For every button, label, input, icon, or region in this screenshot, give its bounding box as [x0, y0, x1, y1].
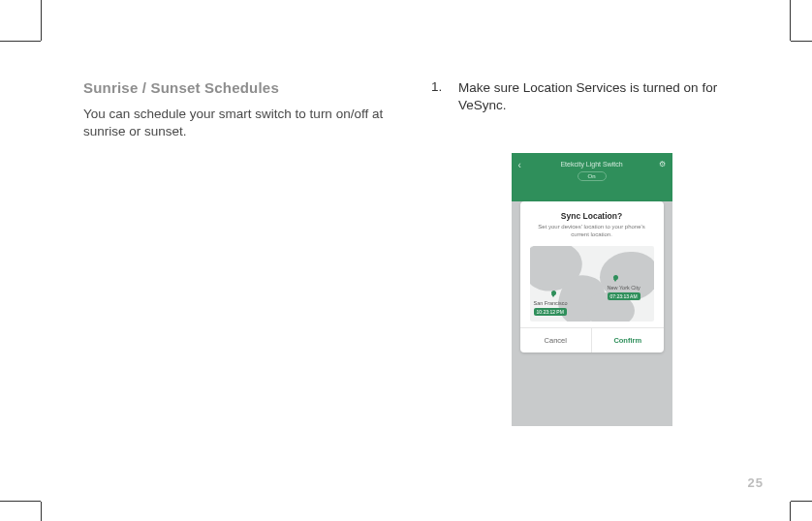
dialog-actions: Cancel Confirm: [520, 327, 664, 352]
city-time-sf: 10:23:12 PM: [534, 308, 567, 316]
crop-mark: [790, 502, 791, 521]
page-number: 25: [748, 475, 764, 490]
left-column: Sunrise / Sunset Schedules You can sched…: [83, 79, 404, 426]
crop-mark: [41, 0, 42, 41]
app-header: ‹ Etekcity Light Switch ⚙ On: [512, 153, 672, 201]
dialog-subtitle: Set your devices' location to your phone…: [530, 224, 654, 238]
city-time-ny: 07:23:13 AM: [608, 292, 640, 300]
city-label-ny: New York City: [608, 285, 640, 291]
page-content: Sunrise / Sunset Schedules You can sched…: [41, 41, 791, 502]
sync-location-dialog: Sync Location? Set your devices' locatio…: [520, 201, 664, 352]
crop-mark: [41, 502, 42, 521]
cancel-button[interactable]: Cancel: [520, 328, 593, 352]
back-icon[interactable]: ‹: [518, 160, 521, 170]
app-title: Etekcity Light Switch: [512, 153, 672, 168]
map-illustration: San Francisco 10:23:12 PM New York City …: [530, 246, 654, 322]
crop-mark: [790, 0, 791, 41]
map-pin-icon: [551, 291, 556, 295]
device-status: On: [578, 171, 607, 181]
step-text: Make sure Location Services is turned on…: [458, 79, 752, 114]
section-body: You can schedule your smart switch to tu…: [83, 106, 404, 140]
crop-mark: [791, 501, 812, 502]
map-pin-icon: [613, 275, 618, 280]
gear-icon[interactable]: ⚙: [659, 160, 666, 169]
right-column: 1. Make sure Location Services is turned…: [431, 79, 752, 426]
phone-screenshot: ‹ Etekcity Light Switch ⚙ On Sync Locati…: [512, 153, 672, 426]
dialog-title: Sync Location?: [530, 211, 654, 221]
crop-mark: [0, 501, 41, 502]
confirm-button[interactable]: Confirm: [592, 328, 664, 352]
crop-mark: [0, 41, 41, 42]
step-number: 1.: [431, 79, 445, 114]
city-label-sf: San Francisco: [534, 300, 568, 306]
step-1: 1. Make sure Location Services is turned…: [431, 79, 752, 114]
section-heading: Sunrise / Sunset Schedules: [83, 79, 404, 96]
crop-mark: [791, 41, 812, 42]
